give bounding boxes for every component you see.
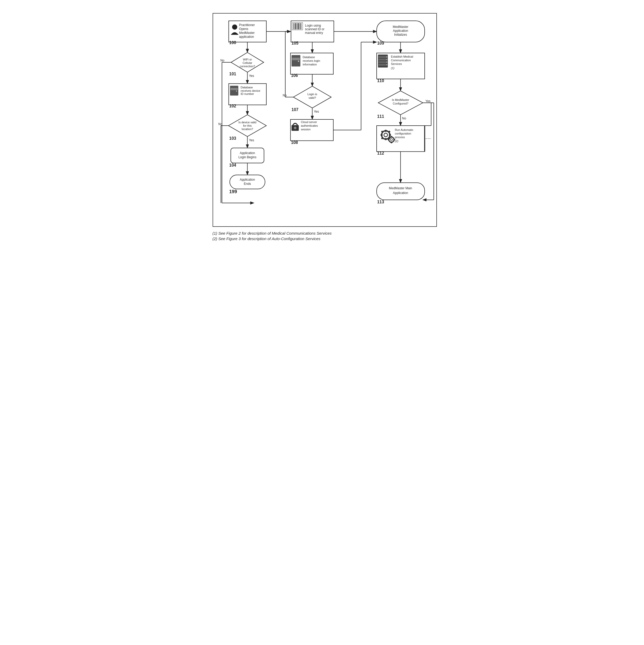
svg-text:Initializes: Initializes [394, 33, 407, 36]
svg-text:Database: Database [303, 55, 315, 59]
svg-point-109 [386, 61, 387, 62]
svg-text:107: 107 [291, 108, 298, 112]
svg-text:103: 103 [229, 136, 236, 141]
svg-text:scanned ID or: scanned ID or [305, 27, 324, 31]
svg-text:106: 106 [291, 73, 298, 78]
svg-text:Run Automatic: Run Automatic [394, 128, 414, 132]
svg-text:101: 101 [229, 72, 236, 76]
svg-text:authenticates: authenticates [301, 124, 318, 127]
svg-text:manual entry: manual entry [305, 31, 323, 35]
svg-text:199: 199 [229, 189, 237, 194]
svg-text:113: 113 [377, 200, 384, 204]
svg-text:Cloud server: Cloud server [301, 121, 317, 124]
svg-text:No: No [220, 59, 224, 62]
svg-rect-104 [378, 59, 387, 60]
svg-rect-20 [230, 86, 238, 96]
svg-text:receives device: receives device [240, 89, 260, 92]
svg-text:Database: Database [240, 86, 253, 89]
flowchart-svg: Practitioner Opens MedMaster application… [213, 14, 436, 226]
svg-text:Practitioner: Practitioner [239, 23, 255, 27]
svg-rect-157 [424, 126, 425, 152]
svg-rect-106 [378, 64, 387, 66]
svg-text:valid?: valid? [308, 96, 316, 99]
svg-text:Yes: Yes [314, 110, 319, 114]
svg-text:Login using: Login using [305, 24, 321, 27]
footnotes-section: (1) See Figure 2 for description of Medi… [212, 231, 432, 241]
svg-text:111: 111 [377, 114, 384, 119]
svg-text:for this: for this [243, 124, 252, 127]
svg-text:Login Begins: Login Begins [238, 155, 256, 159]
svg-text:No: No [283, 93, 287, 97]
svg-text:No: No [402, 117, 406, 120]
svg-rect-67 [292, 58, 300, 60]
svg-text:(1): (1) [391, 66, 394, 70]
svg-point-129 [384, 133, 387, 137]
svg-text:location?: location? [241, 128, 253, 131]
svg-rect-130 [385, 130, 386, 132]
svg-text:Yes: Yes [426, 99, 431, 103]
svg-text:109: 109 [377, 41, 384, 45]
svg-text:104: 104 [229, 163, 236, 167]
svg-point-86 [294, 127, 296, 129]
svg-text:Application: Application [393, 191, 408, 195]
svg-text:Configured?: Configured? [392, 102, 408, 105]
svg-text:ID number: ID number [240, 92, 254, 95]
svg-text:configuration: configuration [394, 132, 411, 135]
svg-text:Ends: Ends [244, 182, 251, 186]
svg-point-22 [236, 91, 237, 92]
svg-text:105: 105 [291, 41, 298, 45]
svg-text:MedMaster Main: MedMaster Main [389, 186, 412, 190]
svg-rect-21 [230, 88, 237, 90]
svg-rect-66 [291, 55, 300, 66]
page-container: Practitioner Opens MedMaster application… [205, 5, 440, 250]
svg-text:Services: Services [391, 62, 402, 65]
diagram-area: Practitioner Opens MedMaster application… [212, 13, 437, 227]
svg-text:Communication: Communication [391, 59, 411, 62]
svg-point-110 [386, 64, 387, 65]
svg-text:process: process [394, 136, 405, 139]
svg-text:102: 102 [229, 104, 236, 108]
svg-text:110: 110 [377, 78, 384, 83]
svg-text:information: information [303, 63, 317, 66]
svg-text:Application: Application [393, 29, 408, 33]
svg-rect-140 [390, 136, 392, 138]
svg-text:Application: Application [240, 151, 255, 155]
svg-text:Cellular: Cellular [242, 61, 252, 64]
svg-text:MedMaster: MedMaster [392, 25, 408, 29]
svg-text:Yes: Yes [249, 74, 254, 78]
svg-text:108: 108 [291, 140, 298, 145]
footnote-2: (2) See Figure 3 for description of Auto… [212, 236, 432, 241]
svg-text:Application: Application [240, 178, 255, 182]
svg-rect-132 [380, 134, 382, 136]
svg-text:No: No [218, 122, 222, 126]
svg-text:Login is: Login is [307, 92, 317, 96]
svg-point-107 [386, 56, 387, 57]
svg-text:MedMaster: MedMaster [239, 31, 255, 35]
svg-text:Establish Medical: Establish Medical [391, 55, 413, 58]
svg-text:(2): (2) [394, 140, 398, 143]
svg-point-139 [390, 139, 392, 141]
svg-text:application: application [239, 35, 254, 39]
svg-point-68 [298, 61, 299, 62]
svg-text:Opens: Opens [239, 27, 248, 31]
svg-rect-142 [387, 139, 389, 141]
svg-text:WiFi or: WiFi or [243, 58, 252, 61]
svg-point-1 [232, 24, 237, 30]
svg-text:session: session [301, 128, 310, 131]
svg-rect-131 [385, 138, 386, 140]
footnote-1: (1) See Figure 2 for description of Medi… [212, 231, 432, 235]
svg-text:connection?: connection? [239, 65, 255, 68]
svg-rect-141 [390, 142, 392, 144]
svg-rect-103 [378, 56, 387, 58]
svg-rect-133 [389, 134, 391, 136]
svg-rect-105 [378, 61, 387, 63]
svg-text:Is device valid: Is device valid [238, 121, 257, 124]
svg-text:112: 112 [377, 151, 384, 155]
svg-text:Is MedMaster: Is MedMaster [392, 98, 409, 101]
svg-text:100: 100 [229, 40, 236, 45]
svg-text:Yes: Yes [249, 139, 254, 142]
svg-text:receives login: receives login [303, 59, 320, 62]
svg-point-108 [386, 59, 387, 60]
